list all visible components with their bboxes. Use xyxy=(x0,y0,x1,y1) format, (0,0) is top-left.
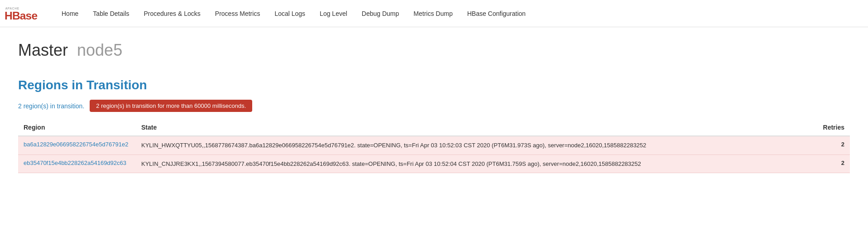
nav-item-log-level[interactable]: Log Level xyxy=(312,0,355,27)
region-retries-1: 2 xyxy=(814,136,850,155)
col-header-region: Region xyxy=(18,119,136,136)
table-body: ba6a12829e066958226754e5d76791e2 KYLIN_H… xyxy=(18,136,850,173)
nav-link-home[interactable]: Home xyxy=(54,0,86,27)
nav-link-local-logs[interactable]: Local Logs xyxy=(267,0,312,27)
table-header-row: Region State Retries xyxy=(18,119,850,136)
table-row: ba6a12829e066958226754e5d76791e2 KYLIN_H… xyxy=(18,136,850,155)
nav-links: Home Table Details Procedures & Locks Pr… xyxy=(54,0,533,27)
region-state-2: KYLIN_CNJJRE3KX1,,1567394580077.eb35470f… xyxy=(136,155,814,173)
svg-text:HBase: HBase xyxy=(5,10,37,22)
col-header-retries: Retries xyxy=(814,119,850,136)
nav-link-metrics-dump[interactable]: Metrics Dump xyxy=(406,0,460,27)
alert-badge: 2 region(s) in transition for more than … xyxy=(90,100,252,112)
transition-info-bar: 2 region(s) in transition. 2 region(s) i… xyxy=(18,100,850,112)
region-retries-2: 2 xyxy=(814,155,850,173)
navbar: APACHE HBase Home Table Details Procedur… xyxy=(0,0,868,27)
nav-item-table-details[interactable]: Table Details xyxy=(86,0,136,27)
nav-item-metrics-dump[interactable]: Metrics Dump xyxy=(406,0,460,27)
nav-link-log-level[interactable]: Log Level xyxy=(312,0,355,27)
nav-link-hbase-config[interactable]: HBase Configuration xyxy=(460,0,533,27)
region-state-1: KYLIN_HWXQTTYU05,,1568778674387.ba6a1282… xyxy=(136,136,814,155)
page-title: Master node5 xyxy=(18,41,850,60)
table-row: eb35470f15e4bb228262a54169d92c63 KYLIN_C… xyxy=(18,155,850,173)
nav-link-debug-dump[interactable]: Debug Dump xyxy=(355,0,407,27)
page-title-text: Master xyxy=(18,41,68,59)
nav-item-debug-dump[interactable]: Debug Dump xyxy=(355,0,407,27)
nav-item-procedures-locks[interactable]: Procedures & Locks xyxy=(137,0,208,27)
nav-item-home[interactable]: Home xyxy=(54,0,86,27)
nav-item-process-metrics[interactable]: Process Metrics xyxy=(208,0,268,27)
main-content: Master node5 Regions in Transition 2 reg… xyxy=(0,27,868,187)
brand-logo: APACHE HBase xyxy=(5,4,45,24)
transition-count-text: 2 region(s) in transition. xyxy=(18,102,84,110)
hbase-logo-svg: APACHE HBase xyxy=(5,4,45,24)
page-subtitle: node5 xyxy=(77,41,122,59)
regions-table: Region State Retries ba6a12829e066958226… xyxy=(18,119,850,173)
region-id-2: eb35470f15e4bb228262a54169d92c63 xyxy=(18,155,136,173)
col-header-state: State xyxy=(136,119,814,136)
region-id-1: ba6a12829e066958226754e5d76791e2 xyxy=(18,136,136,155)
nav-item-hbase-config[interactable]: HBase Configuration xyxy=(460,0,533,27)
nav-link-table-details[interactable]: Table Details xyxy=(86,0,136,27)
regions-in-transition-heading: Regions in Transition xyxy=(18,78,850,92)
nav-link-process-metrics[interactable]: Process Metrics xyxy=(208,0,268,27)
nav-item-local-logs[interactable]: Local Logs xyxy=(267,0,312,27)
nav-link-procedures-locks[interactable]: Procedures & Locks xyxy=(137,0,208,27)
table-header: Region State Retries xyxy=(18,119,850,136)
